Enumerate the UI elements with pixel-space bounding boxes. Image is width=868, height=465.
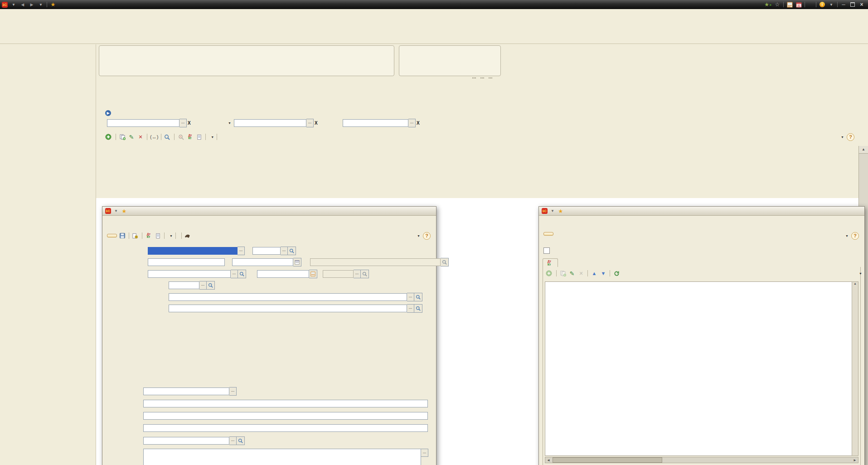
responsible-open-button[interactable] (237, 436, 245, 445)
clear-find-button[interactable] (177, 133, 184, 140)
memory-mminus-button[interactable] (812, 1, 814, 8)
cashflow-select-button[interactable]: ... (407, 304, 414, 313)
save-button[interactable] (119, 232, 126, 239)
memory-mplus-button[interactable] (810, 1, 811, 8)
bank-account-input[interactable] (169, 293, 407, 301)
number-input[interactable] (148, 258, 225, 266)
add-favorite-icon[interactable]: ★► (764, 1, 772, 8)
document-list-icon[interactable] (195, 133, 203, 140)
all-actions-button[interactable]: ▼ (843, 234, 849, 237)
find-button[interactable] (164, 134, 171, 140)
favorites-icon[interactable]: ★ (49, 1, 57, 8)
scroll-right-icon[interactable]: ► (852, 458, 858, 462)
help-button[interactable]: ? (423, 232, 431, 240)
account-input[interactable] (252, 247, 281, 255)
add-row-button[interactable] (546, 270, 553, 276)
org-open-button[interactable] (238, 270, 246, 278)
help-button[interactable]: ? (851, 232, 859, 240)
forward-button[interactable]: ► (28, 1, 36, 8)
bank-select-button[interactable]: ... (407, 293, 414, 301)
bydoc-input[interactable] (143, 400, 428, 407)
date-picker-button[interactable] (293, 258, 301, 266)
operation-select-button[interactable]: ... (238, 247, 245, 255)
calculator-icon[interactable] (786, 1, 794, 8)
main-menu-caret-icon[interactable]: ▼ (10, 1, 18, 8)
scroll-left-icon[interactable]: ◄ (545, 458, 552, 462)
favorites-list-icon[interactable]: ☆ (773, 1, 781, 8)
print-check-button[interactable] (184, 233, 192, 239)
create-based-button[interactable]: ▼ (167, 234, 173, 237)
close-button[interactable]: × (858, 1, 866, 8)
edit-row-button[interactable]: ✎ (568, 270, 576, 277)
filter-operation-select-button[interactable]: ... (408, 119, 416, 127)
basis-input[interactable] (143, 412, 428, 420)
filter-org-select-button[interactable]: ... (179, 119, 187, 127)
minimize-button[interactable]: ─ (839, 1, 848, 8)
account-open-button[interactable] (288, 247, 296, 255)
cashflow-open-button[interactable] (414, 304, 422, 313)
dtkt-button[interactable]: ДтКт (145, 232, 152, 239)
date-input[interactable] (232, 258, 293, 266)
debit-open-button[interactable] (207, 281, 215, 290)
sum-calc-button[interactable] (309, 270, 317, 278)
operation-input[interactable] (148, 247, 238, 255)
debit-account-input[interactable] (169, 281, 199, 289)
copy-button[interactable] (119, 133, 126, 140)
edit-button[interactable]: ✎ (128, 133, 135, 140)
window-menu-caret-icon[interactable]: ▼ (112, 208, 120, 215)
tab-accounting[interactable]: ДтКт (543, 258, 558, 268)
filter-org-clear-button[interactable]: X (188, 121, 191, 126)
move-up-button[interactable]: ▲ (591, 270, 598, 277)
delete-button[interactable]: ✕ (137, 133, 144, 140)
filter-contractor-select-button[interactable]: ... (306, 119, 314, 127)
movements-vertical-scrollbar[interactable]: ▲ (852, 281, 858, 456)
panel-splitter[interactable] (96, 77, 868, 80)
scroll-up-icon[interactable]: ▲ (859, 146, 868, 154)
currency-select-button[interactable]: ... (354, 270, 361, 278)
filter-contractor-caret-icon[interactable]: ▼ (228, 121, 231, 125)
payee-input[interactable] (310, 258, 441, 266)
refresh-button[interactable] (613, 270, 620, 277)
comment-expand-button[interactable]: ... (421, 449, 428, 457)
table-all-actions-button[interactable]: ▼ (857, 272, 862, 275)
create-based-button[interactable]: ▼ (209, 136, 214, 139)
issued-select-button[interactable]: ... (229, 387, 237, 396)
filter-contractor-clear-button[interactable]: X (315, 121, 318, 126)
issued-input[interactable] (143, 388, 229, 395)
appendix-input[interactable] (143, 424, 428, 432)
responsible-select-button[interactable]: ... (229, 436, 237, 445)
comment-input[interactable] (143, 449, 421, 465)
help-button[interactable]: ? (847, 133, 854, 141)
sum-input[interactable] (257, 270, 309, 278)
memory-m-button[interactable] (807, 1, 809, 8)
move-down-button[interactable]: ▼ (600, 270, 607, 277)
document-list-icon[interactable] (154, 232, 161, 239)
delete-row-button[interactable]: ✕ (577, 270, 585, 277)
resize-columns-icon[interactable]: (↔) (150, 133, 158, 140)
info-icon[interactable]: i (818, 1, 826, 8)
filter-operation-input[interactable] (343, 119, 408, 127)
movements-horizontal-scrollbar[interactable]: ◄ ► (545, 457, 858, 463)
service-caret-icon[interactable]: ▼ (827, 1, 835, 8)
post-button[interactable] (132, 233, 139, 239)
bank-open-button[interactable] (414, 293, 422, 301)
back-button[interactable]: ◄ (19, 1, 27, 8)
filter-contractor-input[interactable] (234, 119, 306, 127)
filter-operation-clear-button[interactable]: X (417, 121, 420, 126)
debit-select-button[interactable]: ... (199, 281, 207, 290)
window-menu-caret-icon[interactable]: ▼ (549, 208, 556, 215)
payee-open-button[interactable] (441, 258, 449, 266)
create-button[interactable] (105, 134, 113, 140)
favorites-icon[interactable]: ★ (557, 208, 564, 215)
copy-row-button[interactable] (559, 270, 567, 277)
currency-open-button[interactable] (361, 270, 369, 278)
favorites-icon[interactable]: ★ (121, 208, 128, 215)
account-select-button[interactable]: ... (281, 247, 288, 255)
responsible-input[interactable] (143, 437, 229, 445)
currency-input[interactable] (323, 270, 354, 278)
all-actions-button[interactable]: ▼ (839, 136, 844, 139)
post-and-close-button[interactable] (107, 234, 117, 237)
restore-button[interactable] (849, 1, 857, 8)
cashflow-input[interactable] (169, 305, 407, 312)
manual-adjustment-checkbox[interactable] (543, 247, 550, 254)
